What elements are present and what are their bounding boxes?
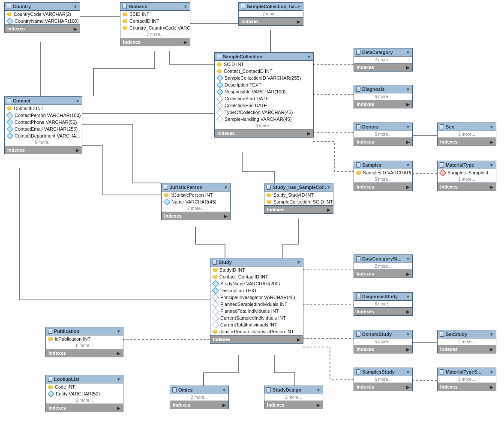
expand-indexes-icon[interactable]: ▶ <box>222 403 226 407</box>
collapse-icon[interactable]: ▼ <box>117 377 121 382</box>
expand-indexes-icon[interactable]: ▶ <box>327 207 330 212</box>
column-row[interactable]: StudyName VARCHAR(200) <box>210 280 303 287</box>
table-diagnosisstudy[interactable]: DiagnosisStudy▼6 more...Indexes▶ <box>354 292 413 316</box>
column-row[interactable]: PlannedTotalIndividuals INT <box>210 308 303 314</box>
table-materialtypes[interactable]: MaterialTypeS...▼2 more...Indexes▶ <box>437 368 496 391</box>
more-columns-link[interactable]: 6 more... <box>46 342 123 349</box>
more-columns-link[interactable]: 2 more... <box>162 205 230 212</box>
more-columns-link[interactable]: 6 more... <box>354 93 412 100</box>
table-header[interactable]: Study▼ <box>210 258 303 266</box>
indexes-section[interactable]: Indexes▶ <box>354 383 412 391</box>
table-header[interactable]: SampleCollection_ha...▼ <box>239 3 303 11</box>
column-row[interactable]: PrincipalInvestigator VARCHAR(45) <box>210 294 303 301</box>
expand-indexes-icon[interactable]: ▶ <box>490 347 493 352</box>
expand-indexes-icon[interactable]: ▶ <box>117 406 120 410</box>
table-samples[interactable]: Samples▼SamplesID VARCHAR(45)5 more...In… <box>354 161 413 191</box>
more-columns-link[interactable]: 2 more... <box>170 394 228 401</box>
expand-indexes-icon[interactable]: ▶ <box>307 131 311 136</box>
more-columns-link[interactable]: 2 more... <box>438 376 496 383</box>
more-columns-link[interactable]: 2 more... <box>354 263 412 269</box>
table-publication[interactable]: Publication▼idPublication INT6 more...In… <box>45 327 123 357</box>
table-header[interactable]: LookupList▼ <box>46 375 123 383</box>
table-sc_has[interactable]: SampleCollection_ha...▼2 more...Indexes▶ <box>238 2 303 26</box>
expand-indexes-icon[interactable]: ▶ <box>297 337 300 342</box>
table-header[interactable]: Biobank▼ <box>120 3 190 11</box>
indexes-section[interactable]: Indexes▶ <box>354 100 412 108</box>
table-header[interactable]: DonorsStudy▼ <box>354 330 412 338</box>
collapse-icon[interactable]: ▼ <box>307 54 311 59</box>
table-header[interactable]: DiagnosisStudy▼ <box>354 293 412 301</box>
collapse-icon[interactable]: ▼ <box>406 87 410 92</box>
table-header[interactable]: Diagnosis▼ <box>354 85 412 93</box>
table-donorsstudy[interactable]: DonorsStudy▼5 more...Indexes▶ <box>354 330 413 353</box>
indexes-section[interactable]: Indexes▶ <box>5 24 80 33</box>
collapse-icon[interactable]: ▼ <box>183 4 188 9</box>
indexes-section[interactable]: Indexes▶ <box>354 345 412 353</box>
expand-indexes-icon[interactable]: ▶ <box>406 102 410 107</box>
indexes-section[interactable]: Indexes▶ <box>239 17 303 25</box>
table-header[interactable]: Contact▼ <box>5 97 82 105</box>
table-header[interactable]: Donors▼ <box>354 123 412 131</box>
table-omics[interactable]: Omics▼2 more...Indexes▶ <box>170 386 229 409</box>
collapse-icon[interactable]: ▼ <box>406 332 410 337</box>
indexes-section[interactable]: Indexes▶ <box>215 129 313 137</box>
table-header[interactable]: DataCategorySt...▼ <box>354 255 412 263</box>
column-row[interactable]: Contact_ContactID INT <box>210 273 303 280</box>
more-columns-link[interactable]: 5 more... <box>354 131 412 138</box>
collapse-icon[interactable]: ▼ <box>73 4 78 9</box>
more-columns-link[interactable]: 2 more... <box>438 131 496 138</box>
expand-indexes-icon[interactable]: ▶ <box>406 140 410 144</box>
column-row[interactable]: SampleCollectionID VARCHAR(255) <box>215 75 313 81</box>
collapse-icon[interactable]: ▼ <box>489 370 494 374</box>
table-lookuplist[interactable]: LookupList▼Code INTEntity VARCHAR(50)2 m… <box>45 375 123 412</box>
column-row[interactable]: ContactPhone VARCHAR(50) <box>5 119 82 126</box>
collapse-icon[interactable]: ▼ <box>406 50 410 55</box>
expand-indexes-icon[interactable]: ▶ <box>406 272 410 276</box>
table-biobank[interactable]: Biobank▼BBID INTContactID INTCountry_Cou… <box>120 2 190 46</box>
expand-indexes-icon[interactable]: ▶ <box>406 65 410 70</box>
table-country[interactable]: Country▼CountryCode VARCHAR(2)CountryNam… <box>4 2 80 33</box>
more-columns-link[interactable]: 2 more... <box>438 338 496 345</box>
indexes-section[interactable]: Indexes▶ <box>438 183 496 191</box>
column-row[interactable]: idPublication INT <box>46 335 123 342</box>
collapse-icon[interactable]: ▼ <box>327 185 331 190</box>
collapse-icon[interactable]: ▼ <box>406 257 410 261</box>
column-row[interactable]: SCID INT <box>215 61 313 68</box>
expand-indexes-icon[interactable]: ▶ <box>224 214 228 218</box>
collapse-icon[interactable]: ▼ <box>224 185 228 190</box>
table-header[interactable]: Sex▼ <box>438 123 496 131</box>
collapse-icon[interactable]: ▼ <box>297 4 301 9</box>
expand-indexes-icon[interactable]: ▶ <box>490 385 493 389</box>
column-row[interactable]: Samples_SamplesI... <box>438 169 496 176</box>
table-diagnosis[interactable]: Diagnosis▼6 more...Indexes▶ <box>354 85 413 108</box>
indexes-section[interactable]: Indexes▶ <box>46 404 123 412</box>
indexes-section[interactable]: Indexes▶ <box>162 212 230 220</box>
table-datacategoryst[interactable]: DataCategorySt...▼2 more...Indexes▶ <box>354 254 413 278</box>
more-columns-link[interactable]: 2 more... <box>239 11 303 17</box>
column-row[interactable]: Name VARCHAR(45) <box>162 198 230 205</box>
indexes-section[interactable]: Indexes▶ <box>5 146 82 154</box>
more-columns-link[interactable]: 7 more... <box>120 31 190 38</box>
indexes-section[interactable]: Indexes▶ <box>210 335 303 343</box>
table-study[interactable]: Study▼StudyID INTContact_ContactID INTSt… <box>210 258 303 344</box>
indexes-section[interactable]: Indexes▶ <box>438 138 496 146</box>
table-study_has_sc[interactable]: Study_has_SampleColl...▼Study_StudyID IN… <box>264 183 333 214</box>
column-row[interactable]: SamplesID VARCHAR(45) <box>354 169 412 176</box>
column-row[interactable]: SampleHandling VARCHAR(45) <box>215 116 313 123</box>
indexes-section[interactable]: Indexes▶ <box>354 183 412 191</box>
column-row[interactable]: CollectionEnd DATE <box>215 102 313 109</box>
expand-indexes-icon[interactable]: ▶ <box>117 351 120 356</box>
indexes-section[interactable]: Indexes▶ <box>354 307 412 315</box>
expand-indexes-icon[interactable]: ▶ <box>74 27 77 31</box>
more-columns-link[interactable]: 5 more... <box>354 338 412 345</box>
table-samplecollection[interactable]: SampleCollection▼SCID INTContact_Contact… <box>214 52 314 138</box>
column-row[interactable]: BBID INT <box>120 11 190 18</box>
collapse-icon[interactable]: ▼ <box>316 388 321 392</box>
table-header[interactable]: MaterialTypeS...▼ <box>438 368 496 376</box>
expand-indexes-icon[interactable]: ▶ <box>297 19 300 24</box>
column-row[interactable]: ContactPerson VARCHAR(100) <box>5 112 82 119</box>
more-columns-link[interactable]: 6 more... <box>215 123 313 129</box>
column-row[interactable]: CollectionStart DATE <box>215 95 313 102</box>
indexes-section[interactable]: Indexes▶ <box>354 138 412 146</box>
collapse-icon[interactable]: ▼ <box>406 163 410 168</box>
